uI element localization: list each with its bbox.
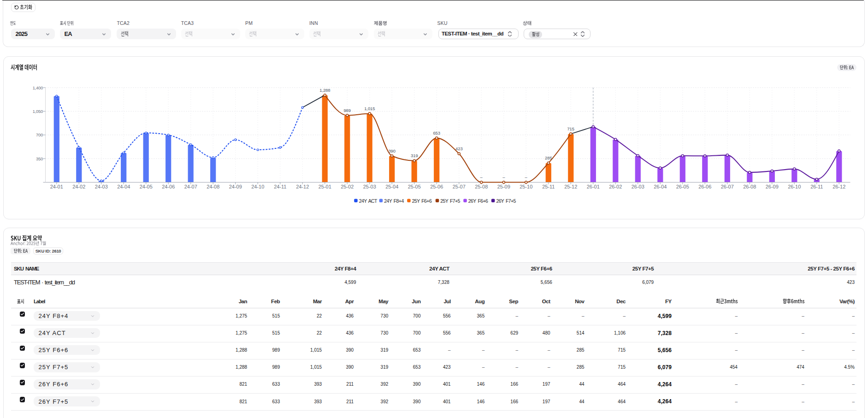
svg-text:26-01: 26-01 bbox=[587, 184, 600, 189]
svg-text:26-07: 26-07 bbox=[721, 184, 734, 189]
svg-text:26-09: 26-09 bbox=[766, 184, 779, 189]
svg-text:25-11: 25-11 bbox=[542, 184, 555, 189]
svg-text:24-10: 24-10 bbox=[251, 184, 264, 189]
svg-text:26-11: 26-11 bbox=[810, 184, 823, 189]
svg-text:24-01: 24-01 bbox=[50, 184, 63, 189]
svg-text:25-06: 25-06 bbox=[430, 184, 443, 189]
svg-text:25-09: 25-09 bbox=[497, 184, 510, 189]
svg-text:24-09: 24-09 bbox=[229, 184, 242, 189]
svg-text:26-06: 26-06 bbox=[698, 184, 711, 189]
svg-text:26Y F6+6: 26Y F6+6 bbox=[468, 198, 488, 204]
svg-text:24-06: 24-06 bbox=[162, 184, 175, 189]
svg-text:1,288: 1,288 bbox=[319, 88, 330, 93]
svg-text:25-12: 25-12 bbox=[564, 184, 577, 189]
svg-text:25-01: 25-01 bbox=[319, 184, 331, 189]
svg-text:–: – bbox=[502, 175, 505, 180]
svg-text:–: – bbox=[525, 175, 528, 180]
svg-text:26-02: 26-02 bbox=[609, 184, 622, 189]
svg-text:24-02: 24-02 bbox=[72, 184, 85, 189]
svg-text:25-03: 25-03 bbox=[363, 184, 376, 189]
svg-text:26-05: 26-05 bbox=[676, 184, 689, 189]
svg-text:24Y ACT: 24Y ACT bbox=[359, 198, 378, 204]
svg-text:285: 285 bbox=[545, 155, 552, 160]
svg-text:1,050: 1,050 bbox=[33, 109, 43, 114]
svg-text:423: 423 bbox=[455, 146, 463, 151]
svg-text:25-07: 25-07 bbox=[453, 184, 466, 189]
svg-text:26-10: 26-10 bbox=[788, 184, 801, 189]
svg-text:24-05: 24-05 bbox=[140, 184, 153, 189]
svg-text:25-08: 25-08 bbox=[475, 184, 488, 189]
svg-text:715: 715 bbox=[567, 126, 574, 131]
svg-text:653: 653 bbox=[433, 130, 440, 135]
svg-text:1,015: 1,015 bbox=[364, 106, 375, 111]
svg-text:25Y F6+6: 25Y F6+6 bbox=[412, 198, 432, 204]
svg-text:26Y F7+5: 26Y F7+5 bbox=[496, 198, 516, 204]
svg-text:700: 700 bbox=[36, 132, 43, 137]
svg-text:24-04: 24-04 bbox=[117, 184, 130, 189]
svg-text:24-12: 24-12 bbox=[296, 184, 309, 189]
svg-text:390: 390 bbox=[388, 148, 396, 153]
svg-text:24-07: 24-07 bbox=[184, 184, 197, 189]
svg-text:989: 989 bbox=[343, 108, 351, 113]
svg-text:24-03: 24-03 bbox=[95, 184, 108, 189]
svg-text:24Y F8+4: 24Y F8+4 bbox=[384, 198, 404, 204]
svg-text:25-10: 25-10 bbox=[520, 184, 532, 189]
svg-text:25-02: 25-02 bbox=[341, 184, 354, 189]
svg-text:25-05: 25-05 bbox=[408, 184, 421, 189]
svg-text:26-04: 26-04 bbox=[654, 184, 667, 189]
svg-text:350: 350 bbox=[36, 156, 43, 161]
svg-text:26-08: 26-08 bbox=[743, 184, 756, 189]
svg-text:1,400: 1,400 bbox=[33, 85, 43, 90]
svg-text:–: – bbox=[480, 175, 483, 180]
svg-text:24-11: 24-11 bbox=[274, 184, 286, 189]
svg-text:319: 319 bbox=[411, 153, 418, 158]
svg-text:26-03: 26-03 bbox=[632, 184, 644, 189]
svg-text:25-04: 25-04 bbox=[385, 184, 398, 189]
svg-text:24-08: 24-08 bbox=[207, 184, 219, 189]
svg-text:25Y F7+5: 25Y F7+5 bbox=[440, 198, 460, 204]
svg-text:26-12: 26-12 bbox=[833, 184, 845, 189]
